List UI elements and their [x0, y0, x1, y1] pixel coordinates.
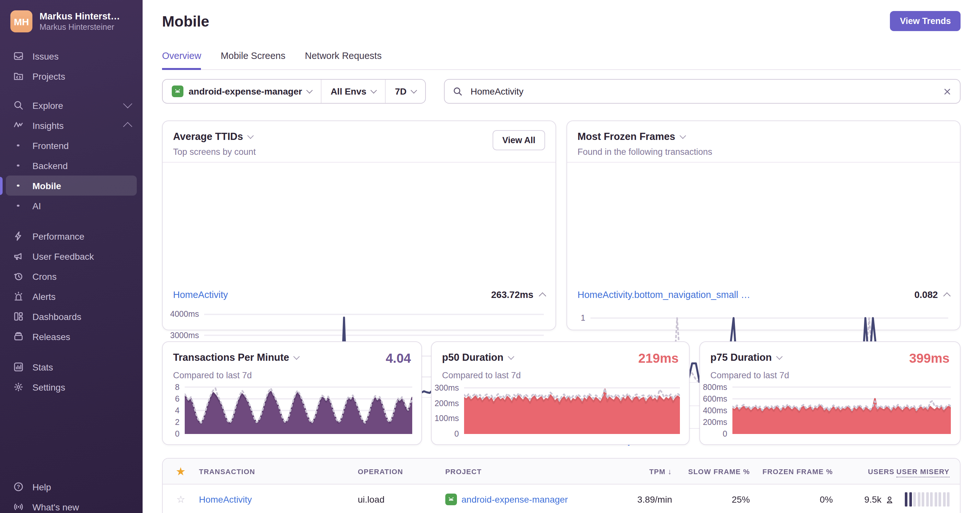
column-header-operation[interactable]: OPERATION — [358, 467, 445, 475]
sidebar-item-dashboards[interactable]: Dashboards — [6, 307, 137, 326]
transaction-link[interactable]: HomeActivity — [173, 289, 228, 300]
p75-value: 399ms — [909, 351, 950, 366]
chevron-up-icon — [123, 122, 132, 131]
ttid-value: 263.72ms — [491, 289, 533, 300]
average-ttids-title[interactable]: Average TTIDs — [173, 131, 545, 143]
table-row: ☆ HomeActivity ui.load android-expense-m… — [163, 484, 960, 513]
sidebar-item-explore[interactable]: Explore — [6, 95, 137, 115]
user-misery-score — [894, 492, 960, 507]
search-input[interactable] — [469, 86, 937, 97]
column-header-user-misery[interactable]: USER MISERY — [894, 467, 960, 475]
frozen-frames-subtitle: Found in the following transactions — [578, 147, 950, 157]
transaction-link[interactable]: HomeActivity — [199, 494, 252, 505]
sidebar-item-ai[interactable]: AI — [6, 195, 137, 216]
org-name: Markus Hintersteiner — [40, 23, 120, 32]
view-trends-button[interactable]: View Trends — [890, 11, 961, 31]
column-header-frozen-frame[interactable]: FROZEN FRAME % — [750, 467, 833, 475]
bullet-icon — [12, 145, 25, 147]
tpm-card: Transactions Per Minute 4.04 Compared to… — [162, 341, 422, 445]
sidebar-item-projects[interactable]: Projects — [6, 66, 137, 86]
tab-network-requests[interactable]: Network Requests — [305, 51, 382, 70]
sidebar-item-mobile[interactable]: Mobile — [6, 176, 137, 195]
search-bar — [444, 79, 961, 104]
user-name: Markus Hinterst… — [40, 11, 120, 21]
divider — [567, 162, 960, 163]
p50-subtitle: Compared to last 7d — [442, 370, 521, 380]
page-filter-bar: android-expense-manager All Envs 7D — [162, 79, 426, 104]
tab-overview[interactable]: Overview — [162, 51, 201, 70]
p75-title[interactable]: p75 Duration — [710, 352, 781, 364]
users-cell: 9.5k — [864, 494, 881, 505]
org-user-dropdown[interactable]: MH Markus Hinterst… Markus Hintersteiner — [0, 0, 143, 32]
column-header-slow-frame[interactable]: SLOW FRAME % — [672, 467, 750, 475]
sidebar-item-performance[interactable]: Performance — [6, 226, 137, 246]
app-root: MH Markus Hinterst… Markus Hintersteiner… — [0, 0, 980, 513]
sidebar-item-user-feedback[interactable]: User Feedback — [6, 246, 137, 266]
project-select[interactable]: android-expense-manager — [163, 80, 321, 103]
tpm-subtitle: Compared to last 7d — [173, 370, 252, 380]
siren-icon — [12, 291, 25, 302]
frozen-accordion-row: HomeActivity.bottom_navigation_small … 0… — [567, 283, 960, 307]
frozen-frame-cell: 0% — [750, 494, 833, 505]
sidebar-item-issues[interactable]: Issues — [6, 46, 137, 66]
date-range-value: 7D — [395, 86, 407, 97]
collapse-icon[interactable] — [539, 292, 546, 300]
column-header-users[interactable]: USERS — [833, 467, 894, 475]
android-icon — [172, 86, 183, 97]
p50-value: 219ms — [638, 351, 679, 366]
user-icon — [885, 494, 894, 504]
bullet-icon — [12, 184, 25, 187]
environment-select-value: All Envs — [331, 86, 366, 97]
favorite-star-icon[interactable]: ☆ — [163, 494, 199, 505]
tpm-title[interactable]: Transactions Per Minute — [173, 352, 299, 364]
date-range-select[interactable]: 7D — [386, 80, 425, 103]
chevron-down-icon — [411, 87, 417, 94]
p75-duration-card: p75 Duration 399ms Compared to last 7d 8… — [699, 341, 961, 445]
p75-subtitle: Compared to last 7d — [710, 370, 789, 380]
column-header-transaction[interactable]: TRANSACTION — [199, 467, 358, 475]
tpm-chart: 86420 — [168, 385, 412, 434]
transaction-link[interactable]: HomeActivity.bottom_navigation_small … — [578, 289, 750, 300]
sidebar-item-frontend[interactable]: Frontend — [6, 135, 137, 156]
star-icon: ★ — [163, 465, 199, 477]
divider — [163, 162, 555, 163]
megaphone-icon — [12, 251, 25, 262]
sidebar-item-help[interactable]: ? Help — [6, 477, 137, 497]
tab-mobile-screens[interactable]: Mobile Screens — [221, 51, 285, 70]
sort-desc-icon: ↓ — [668, 467, 672, 476]
average-ttids-card: Average TTIDs Top screens by count View … — [162, 121, 556, 330]
sidebar-item-stats[interactable]: Stats — [6, 357, 137, 377]
project-link[interactable]: android-expense-manager — [461, 494, 568, 505]
frozen-frames-title[interactable]: Most Frozen Frames — [578, 131, 950, 143]
sidebar-item-backend[interactable]: Backend — [6, 156, 137, 176]
transactions-table: ★ TRANSACTION OPERATION PROJECT TPM ↓ SL… — [162, 458, 961, 513]
chevron-down-icon — [293, 353, 300, 360]
operation-cell: ui.load — [358, 494, 445, 505]
tpm-value: 4.04 — [386, 351, 411, 366]
column-header-tpm[interactable]: TPM ↓ — [604, 467, 672, 476]
table-header-row: ★ TRANSACTION OPERATION PROJECT TPM ↓ SL… — [163, 459, 960, 484]
sidebar-item-crons[interactable]: Crons — [6, 266, 137, 286]
sidebar-item-insights[interactable]: Insights — [6, 115, 137, 135]
clear-search-icon[interactable] — [942, 86, 952, 96]
bullet-icon — [12, 165, 25, 167]
p50-title[interactable]: p50 Duration — [442, 352, 513, 364]
sidebar-item-alerts[interactable]: Alerts — [6, 286, 137, 307]
tpm-cell: 3.89/min — [604, 494, 672, 505]
p75-chart: 800ms600ms400ms200ms0 — [701, 385, 951, 434]
sidebar-item-releases[interactable]: Releases — [6, 326, 137, 346]
chevron-down-icon — [247, 132, 254, 139]
view-all-button[interactable]: View All — [493, 130, 545, 150]
sidebar-item-whats-new[interactable]: What's new — [6, 497, 137, 513]
p50-chart: 300ms200ms100ms0 — [433, 385, 680, 434]
environment-select[interactable]: All Envs — [321, 80, 385, 103]
chevron-down-icon — [123, 99, 132, 108]
collapse-icon[interactable] — [943, 292, 951, 300]
column-header-project[interactable]: PROJECT — [445, 467, 604, 475]
lightning-icon — [12, 230, 25, 241]
sidebar-item-settings[interactable]: Settings — [6, 377, 137, 397]
average-ttids-subtitle: Top screens by count — [173, 147, 545, 157]
avatar: MH — [10, 10, 32, 32]
ttid-accordion-row: HomeActivity 263.72ms — [163, 283, 555, 307]
bullet-icon — [12, 205, 25, 207]
